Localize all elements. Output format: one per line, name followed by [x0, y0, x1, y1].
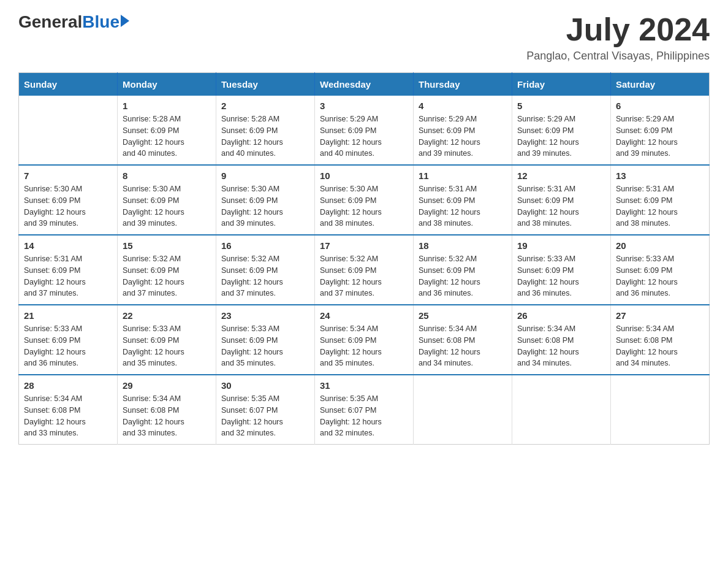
calendar-table: SundayMondayTuesdayWednesdayThursdayFrid… [18, 72, 710, 445]
calendar-day-cell: 27Sunrise: 5:34 AMSunset: 6:08 PMDayligh… [611, 305, 710, 375]
day-number: 18 [419, 240, 507, 251]
calendar-day-cell: 16Sunrise: 5:32 AMSunset: 6:09 PMDayligh… [216, 235, 315, 305]
day-number: 31 [320, 380, 408, 391]
month-title: July 2024 [526, 12, 710, 47]
day-number: 22 [123, 310, 211, 321]
calendar-day-cell: 5Sunrise: 5:29 AMSunset: 6:09 PMDaylight… [512, 96, 611, 165]
calendar-day-cell [414, 375, 512, 445]
day-info: Sunrise: 5:33 AMSunset: 6:09 PMDaylight:… [123, 323, 211, 369]
calendar-day-cell: 21Sunrise: 5:33 AMSunset: 6:09 PMDayligh… [19, 305, 118, 375]
calendar-day-cell: 25Sunrise: 5:34 AMSunset: 6:08 PMDayligh… [414, 305, 512, 375]
day-info: Sunrise: 5:35 AMSunset: 6:07 PMDaylight:… [320, 393, 408, 439]
calendar-day-cell: 2Sunrise: 5:28 AMSunset: 6:09 PMDaylight… [216, 96, 315, 165]
day-info: Sunrise: 5:29 AMSunset: 6:09 PMDaylight:… [616, 113, 704, 159]
calendar-day-cell: 9Sunrise: 5:30 AMSunset: 6:09 PMDaylight… [216, 165, 315, 235]
day-number: 23 [221, 310, 309, 321]
calendar-week-row: 21Sunrise: 5:33 AMSunset: 6:09 PMDayligh… [19, 305, 710, 375]
day-number: 14 [24, 240, 112, 251]
calendar-day-cell: 17Sunrise: 5:32 AMSunset: 6:09 PMDayligh… [315, 235, 414, 305]
day-info: Sunrise: 5:35 AMSunset: 6:07 PMDaylight:… [221, 393, 309, 439]
calendar-day-cell [512, 375, 611, 445]
day-number: 27 [616, 310, 704, 321]
calendar-day-cell: 29Sunrise: 5:34 AMSunset: 6:08 PMDayligh… [118, 375, 216, 445]
calendar-week-row: 28Sunrise: 5:34 AMSunset: 6:08 PMDayligh… [19, 375, 710, 445]
day-number: 10 [320, 170, 408, 181]
day-info: Sunrise: 5:31 AMSunset: 6:09 PMDaylight:… [616, 183, 704, 229]
day-info: Sunrise: 5:32 AMSunset: 6:09 PMDaylight:… [320, 253, 408, 299]
day-number: 30 [221, 380, 309, 391]
calendar-day-cell: 10Sunrise: 5:30 AMSunset: 6:09 PMDayligh… [315, 165, 414, 235]
calendar-day-cell: 12Sunrise: 5:31 AMSunset: 6:09 PMDayligh… [512, 165, 611, 235]
calendar-day-cell: 11Sunrise: 5:31 AMSunset: 6:09 PMDayligh… [414, 165, 512, 235]
calendar-day-cell: 20Sunrise: 5:33 AMSunset: 6:09 PMDayligh… [611, 235, 710, 305]
day-info: Sunrise: 5:33 AMSunset: 6:09 PMDaylight:… [24, 323, 112, 369]
day-info: Sunrise: 5:34 AMSunset: 6:09 PMDaylight:… [320, 323, 408, 369]
day-info: Sunrise: 5:33 AMSunset: 6:09 PMDaylight:… [616, 253, 704, 299]
day-number: 12 [517, 170, 605, 181]
day-info: Sunrise: 5:30 AMSunset: 6:09 PMDaylight:… [221, 183, 309, 229]
day-info: Sunrise: 5:30 AMSunset: 6:09 PMDaylight:… [320, 183, 408, 229]
calendar-day-cell [611, 375, 710, 445]
day-info: Sunrise: 5:32 AMSunset: 6:09 PMDaylight:… [221, 253, 309, 299]
calendar-day-cell: 18Sunrise: 5:32 AMSunset: 6:09 PMDayligh… [414, 235, 512, 305]
day-info: Sunrise: 5:31 AMSunset: 6:09 PMDaylight:… [517, 183, 605, 229]
day-number: 16 [221, 240, 309, 251]
calendar-day-cell: 23Sunrise: 5:33 AMSunset: 6:09 PMDayligh… [216, 305, 315, 375]
day-info: Sunrise: 5:30 AMSunset: 6:09 PMDaylight:… [123, 183, 211, 229]
day-info: Sunrise: 5:31 AMSunset: 6:09 PMDaylight:… [24, 253, 112, 299]
calendar-day-cell: 6Sunrise: 5:29 AMSunset: 6:09 PMDaylight… [611, 96, 710, 165]
day-info: Sunrise: 5:34 AMSunset: 6:08 PMDaylight:… [419, 323, 507, 369]
day-of-week-header: Monday [118, 73, 216, 96]
day-info: Sunrise: 5:34 AMSunset: 6:08 PMDaylight:… [24, 393, 112, 439]
day-info: Sunrise: 5:34 AMSunset: 6:08 PMDaylight:… [616, 323, 704, 369]
calendar-header-row: SundayMondayTuesdayWednesdayThursdayFrid… [19, 73, 710, 96]
day-info: Sunrise: 5:33 AMSunset: 6:09 PMDaylight:… [517, 253, 605, 299]
day-of-week-header: Saturday [611, 73, 710, 96]
day-number: 29 [123, 380, 211, 391]
calendar-week-row: 7Sunrise: 5:30 AMSunset: 6:09 PMDaylight… [19, 165, 710, 235]
logo-blue-part: Blue [82, 12, 129, 32]
calendar-day-cell: 3Sunrise: 5:29 AMSunset: 6:09 PMDaylight… [315, 96, 414, 165]
calendar-day-cell: 15Sunrise: 5:32 AMSunset: 6:09 PMDayligh… [118, 235, 216, 305]
day-number: 20 [616, 240, 704, 251]
title-area: July 2024 Panglao, Central Visayas, Phil… [526, 12, 710, 63]
calendar-day-cell: 8Sunrise: 5:30 AMSunset: 6:09 PMDaylight… [118, 165, 216, 235]
calendar-day-cell: 7Sunrise: 5:30 AMSunset: 6:09 PMDaylight… [19, 165, 118, 235]
day-info: Sunrise: 5:30 AMSunset: 6:09 PMDaylight:… [24, 183, 112, 229]
day-number: 8 [123, 170, 211, 181]
location-text: Panglao, Central Visayas, Philippines [526, 50, 710, 63]
day-number: 1 [123, 101, 211, 111]
calendar-week-row: 1Sunrise: 5:28 AMSunset: 6:09 PMDaylight… [19, 96, 710, 165]
day-number: 6 [616, 101, 704, 111]
calendar-day-cell: 31Sunrise: 5:35 AMSunset: 6:07 PMDayligh… [315, 375, 414, 445]
day-number: 4 [419, 101, 507, 111]
day-number: 7 [24, 170, 112, 181]
day-info: Sunrise: 5:33 AMSunset: 6:09 PMDaylight:… [221, 323, 309, 369]
day-number: 26 [517, 310, 605, 321]
day-info: Sunrise: 5:28 AMSunset: 6:09 PMDaylight:… [221, 113, 309, 159]
calendar-day-cell: 1Sunrise: 5:28 AMSunset: 6:09 PMDaylight… [118, 96, 216, 165]
day-number: 13 [616, 170, 704, 181]
logo: General Blue [18, 12, 129, 32]
day-number: 15 [123, 240, 211, 251]
calendar-day-cell: 24Sunrise: 5:34 AMSunset: 6:09 PMDayligh… [315, 305, 414, 375]
day-info: Sunrise: 5:32 AMSunset: 6:09 PMDaylight:… [419, 253, 507, 299]
day-info: Sunrise: 5:29 AMSunset: 6:09 PMDaylight:… [517, 113, 605, 159]
day-info: Sunrise: 5:29 AMSunset: 6:09 PMDaylight:… [419, 113, 507, 159]
day-number: 5 [517, 101, 605, 111]
day-number: 11 [419, 170, 507, 181]
day-number: 28 [24, 380, 112, 391]
day-number: 19 [517, 240, 605, 251]
day-of-week-header: Friday [512, 73, 611, 96]
calendar-day-cell: 19Sunrise: 5:33 AMSunset: 6:09 PMDayligh… [512, 235, 611, 305]
day-number: 17 [320, 240, 408, 251]
day-of-week-header: Thursday [414, 73, 512, 96]
logo-general-text: General [18, 12, 82, 32]
logo-arrow-icon [121, 15, 129, 27]
calendar-day-cell: 30Sunrise: 5:35 AMSunset: 6:07 PMDayligh… [216, 375, 315, 445]
day-number: 3 [320, 101, 408, 111]
calendar-day-cell: 13Sunrise: 5:31 AMSunset: 6:09 PMDayligh… [611, 165, 710, 235]
day-number: 24 [320, 310, 408, 321]
logo-blue-text: Blue [82, 12, 119, 32]
calendar-day-cell: 28Sunrise: 5:34 AMSunset: 6:08 PMDayligh… [19, 375, 118, 445]
